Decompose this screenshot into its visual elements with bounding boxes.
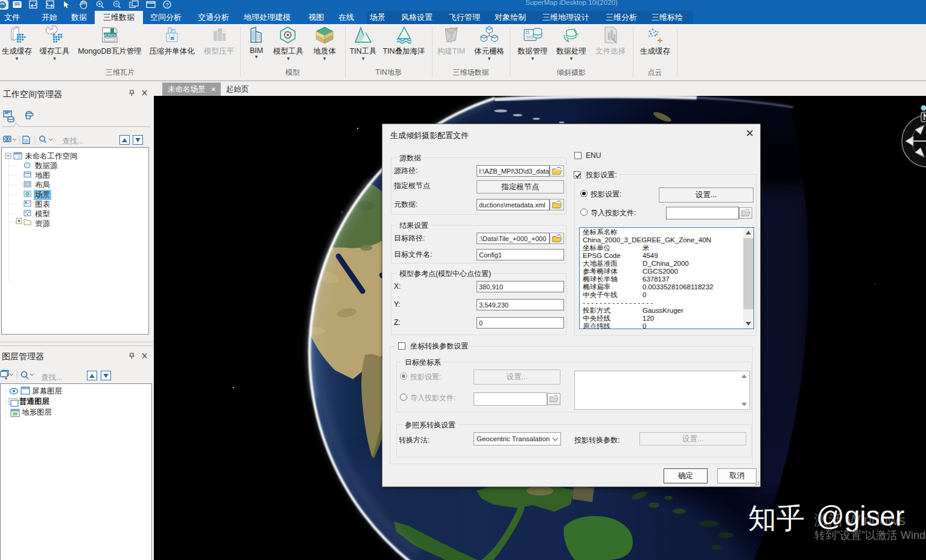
svg-text:MONGO: MONGO — [103, 33, 118, 37]
svg-text:?: ? — [165, 2, 168, 8]
